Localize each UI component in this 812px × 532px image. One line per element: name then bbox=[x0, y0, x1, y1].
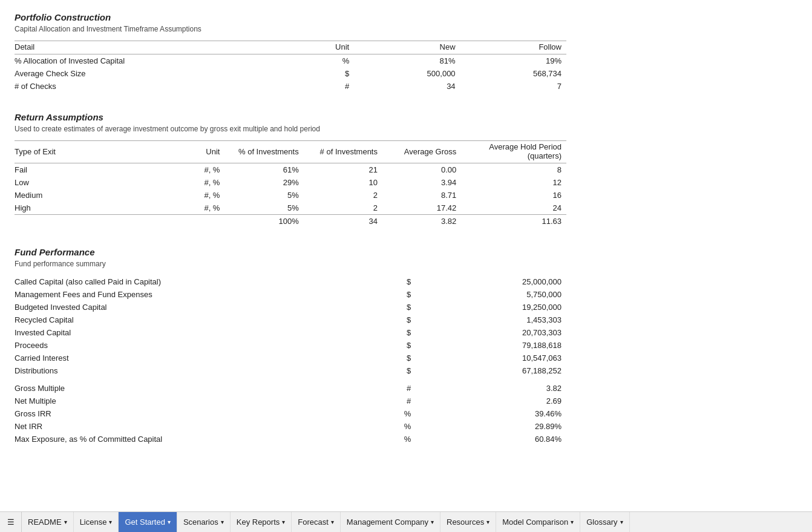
fp-row-unit: $ bbox=[341, 314, 416, 326]
fp-row-value: 2.69 bbox=[416, 395, 566, 407]
fp-row-unit: % bbox=[341, 407, 416, 420]
fp-row-value: 5,750,000 bbox=[416, 288, 566, 301]
return-assumptions-subtitle: Used to create estimates of average inve… bbox=[15, 125, 566, 133]
fp-row-unit: $ bbox=[341, 364, 416, 377]
ra-high-num: 2 bbox=[304, 202, 382, 215]
fund-performance-title: Fund Performance bbox=[15, 247, 566, 257]
fp-row-detail: Called Capital (also called Paid in Capi… bbox=[15, 275, 341, 288]
table-row: # of Checks # 34 7 bbox=[15, 80, 566, 93]
pc-header-follow: Follow bbox=[460, 41, 566, 54]
fp-row-value: 39.46% bbox=[416, 407, 566, 420]
ra-total-hold: 11.63 bbox=[461, 215, 566, 228]
table-row: Distributions $ 67,188,252 bbox=[15, 364, 566, 377]
ra-high-hold: 24 bbox=[461, 202, 566, 215]
pc-row1-unit: % bbox=[290, 54, 354, 68]
ra-fail-pct: 61% bbox=[224, 163, 303, 177]
ra-medium-type: Medium bbox=[15, 189, 185, 202]
pc-row2-detail: Average Check Size bbox=[15, 67, 290, 80]
table-row: Management Fees and Fund Expenses $ 5,75… bbox=[15, 288, 566, 301]
ra-low-pct: 29% bbox=[224, 176, 303, 189]
fp-row-detail: Distributions bbox=[15, 364, 341, 377]
return-assumptions-section: Return Assumptions Used to create estima… bbox=[15, 112, 566, 228]
ra-medium-num: 2 bbox=[304, 189, 382, 202]
pc-row2-follow: 568,734 bbox=[460, 67, 566, 80]
ra-header-num: # of Investments bbox=[304, 141, 382, 163]
fp-row-unit: % bbox=[341, 433, 416, 445]
table-row: Low #, % 29% 10 3.94 12 bbox=[15, 176, 566, 189]
fp-row-detail: Net Multiple bbox=[15, 395, 341, 407]
table-row: Recycled Capital $ 1,453,303 bbox=[15, 314, 566, 326]
ra-total-gross: 3.82 bbox=[382, 215, 461, 228]
fp-row-unit: % bbox=[341, 420, 416, 433]
ra-header-gross: Average Gross bbox=[382, 141, 461, 163]
ra-low-gross: 3.94 bbox=[382, 176, 461, 189]
ra-total-label bbox=[15, 215, 185, 228]
fp-row-value: 29.89% bbox=[416, 420, 566, 433]
table-row: Gross Multiple # 3.82 bbox=[15, 382, 566, 395]
table-row: Budgeted Invested Capital $ 19,250,000 bbox=[15, 301, 566, 314]
table-row: Net Multiple # 2.69 bbox=[15, 395, 566, 407]
ra-fail-gross: 0.00 bbox=[382, 163, 461, 177]
fp-row-value: 60.84% bbox=[416, 433, 566, 445]
pc-row3-detail: # of Checks bbox=[15, 80, 290, 93]
fp-row-value: 79,188,618 bbox=[416, 339, 566, 352]
ra-low-unit: #, % bbox=[185, 176, 224, 189]
ra-total-row: 100% 34 3.82 11.63 bbox=[15, 215, 566, 228]
fp-row-detail: Invested Capital bbox=[15, 326, 341, 339]
fp-row-value: 3.82 bbox=[416, 382, 566, 395]
ra-fail-type: Fail bbox=[15, 163, 185, 177]
fp-row-unit: $ bbox=[341, 301, 416, 314]
pc-row3-new: 34 bbox=[354, 80, 460, 93]
ra-high-unit: #, % bbox=[185, 202, 224, 215]
ra-low-hold: 12 bbox=[461, 176, 566, 189]
fp-row-value: 19,250,000 bbox=[416, 301, 566, 314]
fp-row-detail: Proceeds bbox=[15, 339, 341, 352]
table-row: Average Check Size $ 500,000 568,734 bbox=[15, 67, 566, 80]
ra-high-type: High bbox=[15, 202, 185, 215]
ra-header-pct: % of Investments bbox=[224, 141, 303, 163]
table-row: Carried Interest $ 10,547,063 bbox=[15, 352, 566, 364]
ra-total-pct: 100% bbox=[224, 215, 303, 228]
table-row: % Allocation of Invested Capital % 81% 1… bbox=[15, 54, 566, 68]
fund-performance-table: Called Capital (also called Paid in Capi… bbox=[15, 275, 566, 445]
portfolio-construction-table: Detail Unit New Follow % Allocation of I… bbox=[15, 41, 566, 93]
fp-row-detail: Management Fees and Fund Expenses bbox=[15, 288, 341, 301]
ra-low-num: 10 bbox=[304, 176, 382, 189]
fp-row-detail: Gross Multiple bbox=[15, 382, 341, 395]
fp-row-detail: Carried Interest bbox=[15, 352, 341, 364]
pc-row3-unit: # bbox=[290, 80, 354, 93]
table-row: Gross IRR % 39.46% bbox=[15, 407, 566, 420]
ra-medium-pct: 5% bbox=[224, 189, 303, 202]
fp-row-value: 10,547,063 bbox=[416, 352, 566, 364]
fp-row-unit: $ bbox=[341, 275, 416, 288]
fp-row-detail: Recycled Capital bbox=[15, 314, 341, 326]
pc-header-new: New bbox=[354, 41, 460, 54]
table-row: Net IRR % 29.89% bbox=[15, 420, 566, 433]
fp-row-value: 67,188,252 bbox=[416, 364, 566, 377]
ra-fail-hold: 8 bbox=[461, 163, 566, 177]
portfolio-construction-subtitle: Capital Allocation and Investment Timefr… bbox=[15, 25, 566, 33]
return-assumptions-table: Type of Exit Unit % of Investments # of … bbox=[15, 140, 566, 228]
table-row bbox=[15, 377, 566, 382]
table-row: Proceeds $ 79,188,618 bbox=[15, 339, 566, 352]
fp-row-unit: $ bbox=[341, 339, 416, 352]
table-row: Medium #, % 5% 2 8.71 16 bbox=[15, 189, 566, 202]
ra-high-gross: 17.42 bbox=[382, 202, 461, 215]
fp-row-detail: Gross IRR bbox=[15, 407, 341, 420]
ra-low-type: Low bbox=[15, 176, 185, 189]
ra-fail-num: 21 bbox=[304, 163, 382, 177]
ra-total-unit bbox=[185, 215, 224, 228]
pc-row2-new: 500,000 bbox=[354, 67, 460, 80]
ra-header-type: Type of Exit bbox=[15, 141, 185, 163]
fp-row-unit: # bbox=[341, 395, 416, 407]
table-row: Invested Capital $ 20,703,303 bbox=[15, 326, 566, 339]
return-assumptions-title: Return Assumptions bbox=[15, 112, 566, 122]
ra-fail-unit: #, % bbox=[185, 163, 224, 177]
table-row: Max Exposure, as % of Committed Capital … bbox=[15, 433, 566, 445]
pc-header-detail: Detail bbox=[15, 41, 290, 54]
table-row: High #, % 5% 2 17.42 24 bbox=[15, 202, 566, 215]
table-row: Fail #, % 61% 21 0.00 8 bbox=[15, 163, 566, 177]
fp-row-detail: Net IRR bbox=[15, 420, 341, 433]
fp-row-detail: Max Exposure, as % of Committed Capital bbox=[15, 433, 341, 445]
fp-row-unit: $ bbox=[341, 352, 416, 364]
